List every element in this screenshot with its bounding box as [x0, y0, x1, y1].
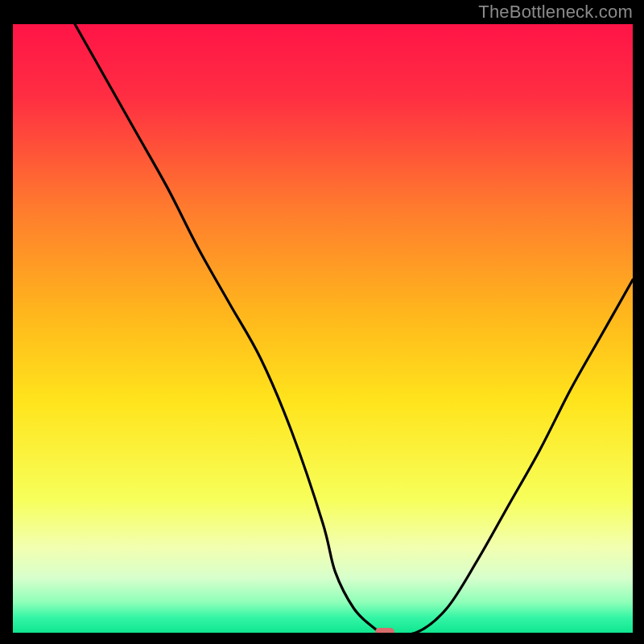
optimal-marker — [375, 628, 394, 633]
chart-frame: TheBottleneck.com — [0, 0, 644, 644]
chart-svg — [13, 24, 633, 633]
plot-area — [13, 24, 633, 633]
gradient-background — [13, 24, 633, 633]
attribution-label: TheBottleneck.com — [478, 2, 633, 23]
